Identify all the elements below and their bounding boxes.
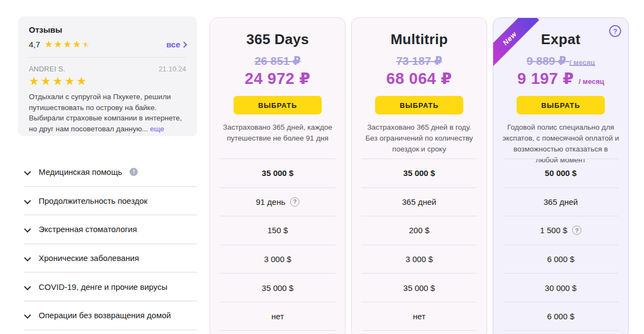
value-text: 150 $ [267,226,288,235]
value-chronic: 3 000 $ [220,245,335,274]
star-icon [63,39,71,50]
star-icon [64,75,75,87]
value-trip-duration: 91 день ? [220,187,335,216]
feature-row-medical[interactable]: Медицинская помощь ! [24,158,197,187]
plan-old-price: 9 889 ₽ / месяц [493,54,628,68]
info-icon[interactable]: ! [130,168,138,176]
plan-price: 68 064 ₽ [352,69,487,88]
price-value: 24 972 ₽ [245,70,311,87]
value-text: 3 000 $ [406,254,433,264]
feature-row-operations[interactable]: Операции без возвращения домой [24,301,197,330]
plan-old-price: 26 851 ₽ [210,54,345,68]
chevron-down-icon [24,168,31,175]
value-text: 35 000 $ [262,168,293,178]
choose-button[interactable]: ВЫБРАТЬ [517,96,605,114]
plan-title: Multitrip [352,31,487,48]
divider [29,57,186,58]
help-icon[interactable]: ? [572,226,581,235]
value-text: 30 000 $ [545,283,576,293]
help-icon[interactable]: ? [290,197,299,207]
star-icon [54,39,62,50]
star-icon [29,75,39,87]
reviews-title: Отзывы [29,25,186,34]
value-dentistry: 150 $ [220,216,335,245]
feature-label: Продолжительность поездок [39,196,148,205]
star-icon [41,75,51,87]
chevron-down-icon [24,197,31,204]
review-header: ANDREI S. 21.10.24 [29,65,186,73]
value-dentistry: 200 $ [361,216,477,245]
value-medical: 50 000 $ [503,159,618,187]
rating-value: 4,7 [29,40,40,49]
value-medical: 35 000 $ [220,159,335,187]
feature-row-covid[interactable]: COVID-19, денге и прочие вирусы [24,272,197,301]
value-trip-duration: 365 дней [361,187,477,216]
plan-title: 365 Days [210,31,345,48]
features-list: Медицинская помощь ! Продолжительность п… [24,158,197,330]
plan-values: 35 000 $ 365 дней 200 $ 3 000 $ 35 000 $… [352,159,487,331]
value-text: 6 000 $ [547,312,574,321]
value-text: 50 000 $ [545,168,576,178]
choose-button[interactable]: ВЫБРАТЬ [375,96,463,114]
chevron-right-icon [181,41,187,47]
more-link[interactable]: еще [150,125,164,133]
plan-price: 9 197 ₽ / месяц [493,69,628,88]
chevron-down-icon [24,226,31,233]
value-text: 91 день [256,197,285,207]
value-text: нет [272,312,284,321]
old-price-period: / месяц [569,58,595,66]
feature-label: Хронические заболевания [39,253,139,263]
review-author: ANDREI S. [29,65,65,73]
plan-old-price: 73 187 ₽ [352,54,487,68]
value-covid: 35 000 $ [361,273,477,302]
rating-row: 4,7 все [29,39,186,50]
star-icon [53,75,63,87]
value-text: 35 000 $ [262,283,293,293]
value-text: 365 дней [544,197,578,207]
feature-row-dentistry[interactable]: Экстренная стоматология [24,215,197,244]
plan-price: 24 972 ₽ [210,69,345,88]
old-price-value: 26 851 ₽ [255,54,301,67]
star-icon [45,39,53,50]
review-date: 21.10.24 [158,65,186,73]
value-operations: нет [361,302,477,331]
all-reviews-link[interactable]: все [166,40,186,49]
value-covid: 35 000 $ [220,273,335,302]
feature-label: COVID-19, денге и прочие вирусы [39,282,167,292]
value-text: 200 $ [409,226,430,235]
plan-card-multitrip: Multitrip 73 187 ₽ 68 064 ₽ ВЫБРАТЬ Заст… [351,17,487,334]
plan-card-expat: New ? Expat 9 889 ₽ / месяц 9 197 ₽ / ме… [493,17,629,334]
feature-label: Операции без возвращения домой [39,311,171,320]
chevron-down-icon [24,312,31,319]
feature-label: Экстренная стоматология [39,224,137,234]
value-text: нет [413,312,426,321]
question-icon[interactable]: ? [609,25,621,37]
value-chronic: 6 000 $ [503,245,618,274]
old-price-value: 73 187 ₽ [396,54,443,67]
half-star-icon [82,39,90,50]
plan-description: Застраховано 365 дней, каждое путешестви… [219,122,336,144]
review-stars [29,75,186,88]
value-text: 1 500 $ [540,226,567,235]
review-text: Отдыхали с супругой на Пхукете, решили п… [29,92,186,134]
value-text: 35 000 $ [403,168,435,178]
chevron-down-icon [24,283,31,290]
value-text: 6 000 $ [547,254,574,264]
value-text: 365 дней [402,197,437,207]
plan-values: 50 000 $ 365 дней 1 500 $ ? 6 000 $ 30 0… [493,159,628,331]
reviews-panel: Отзывы 4,7 все ANDREI S. 21.10.24 Отдыха… [18,16,197,136]
star-icon [76,75,87,87]
chevron-down-icon [24,254,31,262]
plan-card-365-days: 365 Days 26 851 ₽ 24 972 ₽ ВЫБРАТЬ Застр… [210,17,346,334]
feature-row-chronic[interactable]: Хронические заболевания [24,244,197,273]
value-trip-duration: 365 дней [503,187,618,216]
feature-row-trip-duration[interactable]: Продолжительность поездок [24,187,197,216]
star-icon [73,39,81,50]
value-chronic: 3 000 $ [361,245,477,274]
all-reviews-label: все [166,40,180,49]
choose-button[interactable]: ВЫБРАТЬ [234,96,322,114]
value-operations: 6 000 $ [503,302,618,331]
plan-description: Застраховано 365 дней в году. Без ограни… [360,122,478,155]
rating-stars [45,39,91,50]
value-text: 3 000 $ [264,254,291,264]
